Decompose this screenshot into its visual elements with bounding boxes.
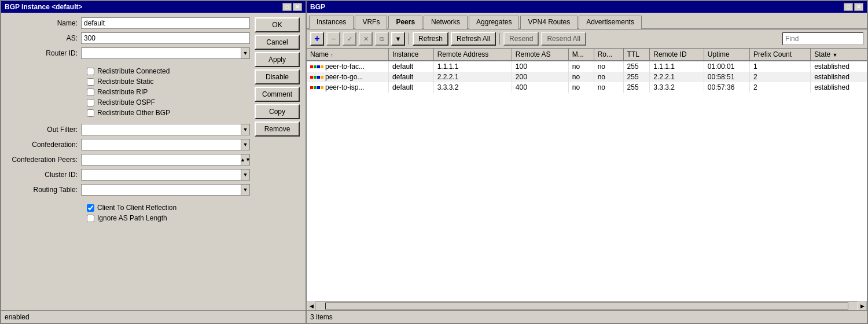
cell-instance: default (389, 72, 434, 82)
confederation-peers-label: Confederation Peers: (6, 156, 81, 164)
right-panel: BGP □ ✕ Instances VRFs Peers Networks Ag… (307, 0, 868, 324)
right-close-btn[interactable]: ✕ (854, 3, 863, 11)
cluster-id-arrow[interactable]: ▼ (241, 169, 250, 181)
out-filter-input[interactable] (81, 124, 241, 135)
redistribute-connected-cb[interactable] (87, 68, 94, 75)
right-titlebar-buttons: □ ✕ (844, 3, 863, 11)
left-status-text: enabled (5, 313, 30, 321)
scroll-right-btn[interactable]: ▶ (858, 301, 867, 311)
col-remote-as[interactable]: Remote AS (512, 49, 568, 61)
cluster-id-row: Cluster ID: ▼ (6, 169, 250, 181)
redistribute-static-label: Redistribute Static (97, 78, 153, 86)
cell-ro: no (594, 72, 623, 82)
col-uptime[interactable]: Uptime (704, 49, 749, 61)
resend-all-button[interactable]: Resend All (541, 32, 586, 46)
resend-button[interactable]: Resend (503, 32, 539, 46)
tab-advertisements[interactable]: Advertisements (579, 16, 642, 29)
out-filter-row: Out Filter: ▼ (6, 124, 250, 135)
routing-table-input[interactable] (81, 184, 241, 196)
col-remote-id[interactable]: Remote ID (650, 49, 704, 61)
name-label: Name: (6, 19, 81, 27)
cell-remote-id: 2.2.2.1 (650, 72, 704, 82)
redistribute-bgp-cb[interactable] (87, 109, 94, 117)
right-statusbar: 3 items (307, 310, 867, 323)
left-minimize-btn[interactable]: □ (282, 3, 292, 11)
redistribute-rip-cb[interactable] (87, 89, 94, 96)
cancel-icon-btn[interactable]: ✕ (359, 32, 373, 46)
cell-uptime: 00:58:51 (704, 72, 749, 82)
col-state[interactable]: State ▼ (811, 49, 867, 61)
apply-button[interactable]: Apply (255, 52, 300, 67)
find-input[interactable] (782, 32, 863, 45)
left-titlebar: BGP Instance <default> □ ✕ (1, 1, 306, 13)
copy-button[interactable]: Copy (255, 104, 300, 119)
redistribute-connected-label: Redistribute Connected (97, 67, 170, 75)
cell-remote-address: 1.1.1.1 (433, 61, 512, 72)
as-input[interactable] (81, 32, 250, 44)
table-row[interactable]: peer-to-go...default2.2.2.1200nono2552.2… (307, 72, 867, 82)
out-filter-label: Out Filter: (6, 126, 81, 134)
cell-m: no (568, 82, 594, 93)
cluster-id-input[interactable] (81, 169, 241, 181)
redistribute-ospf-cb[interactable] (87, 99, 94, 106)
table-row[interactable]: peer-to-fac...default1.1.1.1100nono2551.… (307, 61, 867, 72)
redistribute-ospf-label: Redistribute OSPF (97, 98, 155, 106)
ignore-as-cb[interactable] (87, 215, 94, 222)
col-remote-address[interactable]: Remote Address (433, 49, 512, 61)
comment-button[interactable]: Comment (255, 87, 300, 102)
refresh-all-button[interactable]: Refresh All (451, 32, 496, 46)
confederation-arrow[interactable]: ▼ (241, 139, 250, 150)
left-close-btn[interactable]: ✕ (293, 3, 302, 11)
tab-aggregates[interactable]: Aggregates (469, 16, 519, 29)
col-ttl[interactable]: TTL (623, 49, 650, 61)
scroll-left-btn[interactable]: ◀ (307, 301, 316, 311)
add-icon-btn[interactable]: + (310, 32, 324, 46)
remove-button[interactable]: Remove (255, 122, 300, 137)
tab-vpn4routes[interactable]: VPN4 Routes (520, 16, 578, 29)
tab-instances[interactable]: Instances (309, 16, 354, 29)
tab-peers[interactable]: Peers (388, 16, 422, 29)
cell-prefix-count: 2 (750, 72, 811, 82)
col-name[interactable]: Name ↑ (307, 49, 389, 61)
toolbar: + − ✓ ✕ ⧉ ▼ Refresh Refresh All Resend R… (307, 30, 867, 49)
disable-button[interactable]: Disable (255, 69, 300, 84)
confederation-peers-input[interactable] (81, 154, 241, 165)
cell-ttl: 255 (623, 72, 650, 82)
left-panel: BGP Instance <default> □ ✕ Name: AS: Rou… (0, 0, 307, 324)
col-instance[interactable]: Instance (389, 49, 434, 61)
refresh-button[interactable]: Refresh (413, 32, 448, 46)
confederation-peers-row: Confederation Peers: ▲▼ (6, 154, 250, 165)
remove-icon-btn[interactable]: − (326, 32, 340, 46)
out-filter-arrow[interactable]: ▼ (241, 124, 250, 135)
redistribute-static-cb[interactable] (87, 78, 94, 86)
col-ro[interactable]: Ro... (594, 49, 623, 61)
copy-icon-btn[interactable]: ⧉ (375, 32, 389, 46)
client-reflection-row: Client To Client Reflection (87, 204, 250, 212)
cell-name: peer-to-fac... (307, 61, 389, 72)
ok-button[interactable]: OK (255, 17, 300, 32)
tab-vrfs[interactable]: VRFs (355, 16, 387, 29)
router-id-arrow[interactable]: ▼ (241, 47, 250, 59)
check-icon-btn[interactable]: ✓ (343, 32, 356, 46)
cancel-button[interactable]: Cancel (255, 35, 300, 50)
routing-table-arrow[interactable]: ▼ (241, 184, 250, 196)
as-label: AS: (6, 34, 81, 42)
redistribute-ospf-row: Redistribute OSPF (87, 98, 250, 106)
confederation-peers-arrow[interactable]: ▲▼ (241, 154, 250, 165)
confederation-input[interactable] (81, 139, 241, 150)
client-reflection-cb[interactable] (87, 204, 94, 212)
scroll-track[interactable] (325, 303, 848, 310)
router-id-input[interactable] (81, 47, 241, 59)
left-content: Name: AS: Router ID: ▼ Redistribute Co (1, 13, 306, 310)
name-input[interactable] (81, 17, 250, 29)
toolbar-separator1 (409, 33, 409, 45)
col-prefix-count[interactable]: Prefix Count (750, 49, 811, 61)
redistribute-static-row: Redistribute Static (87, 78, 250, 86)
right-minimize-btn[interactable]: □ (844, 3, 853, 11)
horizontal-scrollbar: ◀ ▶ (307, 301, 867, 310)
left-title: BGP Instance <default> (5, 3, 83, 11)
table-row[interactable]: peer-to-isp...default3.3.3.2400nono2553.… (307, 82, 867, 93)
tab-networks[interactable]: Networks (424, 16, 468, 29)
filter-icon-btn[interactable]: ▼ (391, 32, 405, 46)
col-m[interactable]: M... (568, 49, 594, 61)
